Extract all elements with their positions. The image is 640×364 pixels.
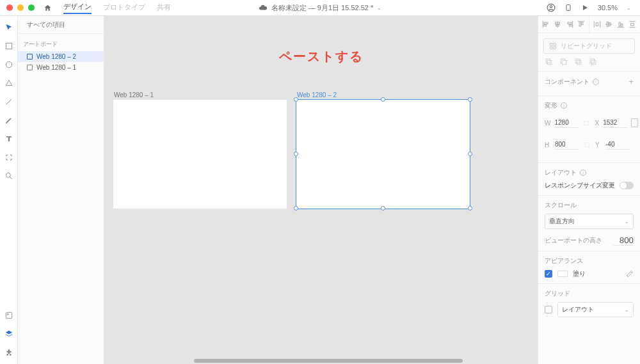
align-center-h-icon[interactable] xyxy=(553,20,562,29)
scroll-direction-select[interactable]: 垂直方向 ⌄ xyxy=(545,214,634,229)
align-left-icon[interactable] xyxy=(541,20,550,29)
grid-icon xyxy=(549,42,557,50)
canvas[interactable]: ペーストする Web 1280 – 1 Web 1280 – 2 xyxy=(104,16,538,364)
fill-color-swatch[interactable] xyxy=(557,271,568,277)
layer-item[interactable]: Web 1280 – 2 xyxy=(18,51,104,62)
resize-handle[interactable] xyxy=(381,206,385,210)
repeat-grid-button[interactable]: リピートグリッド xyxy=(543,38,635,54)
responsive-toggle[interactable] xyxy=(620,182,634,189)
boolean-exclude-icon[interactable] xyxy=(589,58,597,66)
grid-type-select[interactable]: レイアウト ⌄ xyxy=(557,302,634,317)
scroll-section-label: スクロール xyxy=(545,201,577,210)
info-icon[interactable]: i xyxy=(561,102,567,109)
svg-line-8 xyxy=(10,177,12,179)
eyedropper-icon[interactable] xyxy=(626,270,634,278)
svg-rect-20 xyxy=(568,22,572,24)
artboard-label[interactable]: Web 1280 – 2 xyxy=(297,91,337,99)
resize-handle[interactable] xyxy=(381,97,385,102)
svg-rect-46 xyxy=(577,60,581,65)
width-input[interactable] xyxy=(554,118,579,128)
fill-label: 塗り xyxy=(573,269,586,278)
layer-item[interactable]: Web 1280 – 1 xyxy=(18,62,104,73)
svg-rect-9 xyxy=(6,312,12,318)
zoom-level[interactable]: 30.5% xyxy=(598,4,618,12)
boolean-add-icon[interactable] xyxy=(545,58,553,66)
align-bottom-icon[interactable] xyxy=(616,20,625,29)
resize-handle[interactable] xyxy=(294,206,298,210)
layer-label: Web 1280 – 1 xyxy=(36,64,76,71)
align-top-icon[interactable] xyxy=(577,20,586,29)
rectangle-tool[interactable] xyxy=(4,41,14,51)
distribute-h-icon[interactable] xyxy=(593,20,602,29)
resize-handle[interactable] xyxy=(294,152,298,156)
orientation-portrait[interactable] xyxy=(631,118,638,127)
mobile-preview-icon[interactable] xyxy=(564,3,572,12)
grid-checkbox[interactable]: ✓ xyxy=(545,306,552,313)
boolean-intersect-icon[interactable] xyxy=(574,58,582,66)
plugins-icon[interactable] xyxy=(4,347,14,358)
boolean-subtract-icon[interactable] xyxy=(559,58,568,66)
artboard-1[interactable] xyxy=(113,100,287,209)
svg-point-10 xyxy=(7,313,8,315)
window-close[interactable] xyxy=(6,4,13,11)
align-middle-icon[interactable] xyxy=(604,20,613,29)
artboard-2[interactable] xyxy=(296,100,470,209)
horizontal-scrollbar[interactable] xyxy=(194,359,463,363)
lock-aspect-icon[interactable]: ⬚ xyxy=(584,114,589,132)
pen-tool[interactable] xyxy=(4,115,14,125)
align-right-icon[interactable] xyxy=(565,20,574,29)
width-label: W xyxy=(545,120,550,127)
resize-handle[interactable] xyxy=(294,97,298,102)
cloud-icon xyxy=(259,3,268,12)
select-tool[interactable] xyxy=(4,22,14,33)
layers-icon[interactable] xyxy=(4,329,14,339)
tab-share[interactable]: 共有 xyxy=(157,3,171,13)
x-input[interactable] xyxy=(603,118,627,128)
resize-handle[interactable] xyxy=(468,206,472,210)
svg-rect-44 xyxy=(562,60,566,65)
lock-aspect-icon[interactable]: ⬚ xyxy=(584,136,590,154)
tab-prototype[interactable]: プロトタイプ xyxy=(103,3,145,13)
resize-handle[interactable] xyxy=(468,152,472,156)
window-maximize[interactable] xyxy=(28,4,35,11)
home-icon[interactable] xyxy=(44,4,52,12)
resize-handle[interactable] xyxy=(468,97,472,102)
height-input[interactable] xyxy=(555,139,579,150)
distribute-v-icon[interactable] xyxy=(628,20,637,29)
title-chevron-icon[interactable]: ⌄ xyxy=(377,5,381,11)
tab-design[interactable]: デザイン xyxy=(63,2,92,14)
viewport-height-input[interactable] xyxy=(613,235,634,246)
appearance-section-label: アピアランス xyxy=(545,257,583,265)
scroll-value: 垂直方向 xyxy=(549,217,575,226)
fill-checkbox[interactable]: ✓ xyxy=(545,270,552,278)
svg-rect-24 xyxy=(581,22,582,25)
chevron-down-icon: ⌄ xyxy=(625,307,629,313)
svg-rect-27 xyxy=(596,23,598,26)
grid-value: レイアウト xyxy=(562,305,594,314)
polygon-tool[interactable] xyxy=(4,78,14,88)
layer-search[interactable]: ⌄ xyxy=(18,16,104,34)
text-tool[interactable] xyxy=(4,134,14,144)
zoom-tool[interactable] xyxy=(4,171,14,181)
svg-rect-47 xyxy=(590,59,595,63)
y-input[interactable] xyxy=(605,139,630,150)
zoom-chevron-icon[interactable]: ⌄ xyxy=(627,5,631,11)
line-tool[interactable] xyxy=(4,97,14,107)
info-icon[interactable]: i xyxy=(580,170,586,176)
window-minimize[interactable] xyxy=(17,4,24,11)
ellipse-tool[interactable] xyxy=(4,59,14,70)
play-icon[interactable] xyxy=(581,4,589,12)
search-input[interactable] xyxy=(27,21,108,28)
artboard-tool[interactable] xyxy=(4,152,14,162)
svg-rect-40 xyxy=(554,47,556,49)
avatar-icon[interactable] xyxy=(547,3,556,12)
artboard-label[interactable]: Web 1280 – 1 xyxy=(114,91,154,99)
info-icon[interactable]: i xyxy=(593,79,599,85)
document-title: 名称未設定 — 9月1日 15.52.52 * xyxy=(271,3,374,13)
layer-label: Web 1280 – 2 xyxy=(36,53,76,60)
add-component-button[interactable]: + xyxy=(628,77,634,86)
y-label: Y xyxy=(595,141,602,148)
component-section-label: コンポーネント xyxy=(545,77,589,86)
library-icon[interactable] xyxy=(4,310,14,320)
annotation-text: ペーストする xyxy=(279,48,364,65)
